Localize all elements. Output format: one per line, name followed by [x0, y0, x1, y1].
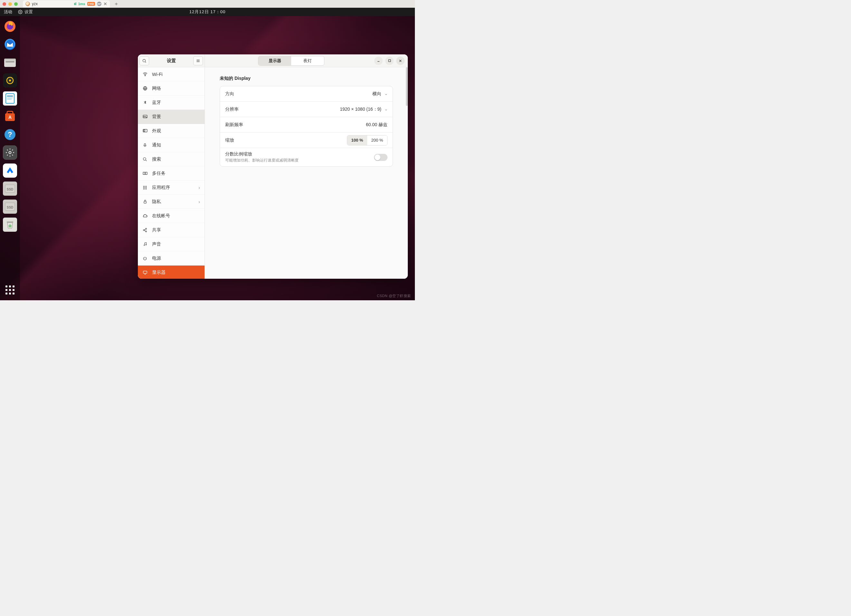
row-value: 横向: [372, 91, 381, 97]
close-button[interactable]: [396, 57, 404, 65]
view-switcher: 显示器 夜灯: [258, 56, 324, 66]
dock-firefox[interactable]: [3, 19, 17, 33]
minimize-dot[interactable]: [8, 2, 12, 6]
sidebar-item-privacy[interactable]: 隐私›: [138, 195, 204, 209]
sidebar-item-notifications[interactable]: 通知: [138, 138, 204, 152]
sidebar-item-network[interactable]: 网络: [138, 81, 204, 96]
sidebar-item-multitasking[interactable]: 多任务: [138, 166, 204, 181]
scale-buttons: 100 % 200 %: [347, 135, 388, 145]
dock-todesk[interactable]: [3, 163, 17, 178]
dock: A ? SSD SSD: [0, 16, 20, 300]
hamburger-icon: [196, 58, 200, 63]
browser-tab[interactable]: yzx ııl 1ms FHD RP ✕: [23, 0, 110, 7]
row-orientation[interactable]: 方向 横向⌄: [220, 86, 392, 102]
sidebar-item-background[interactable]: 背景: [138, 110, 204, 124]
tab-displays[interactable]: 显示器: [258, 56, 291, 65]
new-tab-button[interactable]: ＋: [112, 1, 121, 7]
dock-files[interactable]: [3, 55, 17, 69]
svg-rect-34: [143, 186, 144, 186]
dock-software[interactable]: A: [3, 109, 17, 124]
signal-icon: ııl: [74, 1, 76, 6]
scale-200-button[interactable]: 200 %: [367, 135, 387, 145]
svg-rect-32: [143, 172, 145, 175]
search-icon: [142, 157, 147, 162]
close-tab-icon[interactable]: ✕: [104, 1, 107, 6]
sidebar-item-sound[interactable]: 声音: [138, 237, 204, 251]
row-sublabel: 可能增加功耗、影响运行速度或减弱清晰度: [225, 158, 299, 163]
tab-favicon: [26, 1, 30, 6]
svg-point-47: [144, 245, 144, 246]
zoom-dot[interactable]: [14, 2, 18, 6]
background-icon: [142, 115, 147, 119]
svg-rect-6: [6, 61, 15, 63]
clock[interactable]: 12月12日 17：00: [189, 9, 226, 15]
svg-rect-11: [7, 96, 13, 97]
sidebar-item-label: 外观: [152, 128, 161, 134]
svg-point-45: [143, 229, 144, 231]
sidebar-item-applications[interactable]: 应用程序›: [138, 181, 204, 195]
sidebar-item-wifi[interactable]: Wi-Fi: [138, 67, 204, 81]
sidebar-item-label: 通知: [152, 142, 161, 148]
sidebar-search-button[interactable]: [140, 56, 149, 65]
close-dot[interactable]: [3, 2, 6, 6]
sidebar-item-search[interactable]: 搜索: [138, 152, 204, 166]
app-indicator[interactable]: 设置: [18, 9, 33, 15]
dock-rhythmbox[interactable]: [3, 73, 17, 87]
svg-point-26: [144, 75, 145, 76]
sidebar-item-bluetooth[interactable]: 蓝牙: [138, 96, 204, 110]
share-icon: [142, 228, 147, 232]
section-title: 未知的 Display: [220, 76, 393, 81]
sidebar-menu-button[interactable]: [193, 56, 203, 65]
rp-badge: RP: [97, 1, 101, 6]
dock-settings[interactable]: [3, 145, 17, 160]
multitask-icon: [142, 171, 147, 175]
minimize-icon: [377, 59, 380, 63]
window-traffic-lights: [3, 2, 18, 6]
dock-help[interactable]: ?: [3, 127, 17, 142]
sidebar-scrollbar[interactable]: [406, 67, 408, 106]
maximize-icon: [388, 59, 391, 62]
svg-point-31: [143, 157, 146, 160]
svg-rect-13: [7, 99, 12, 99]
gnome-topbar: 活动 设置 12月12日 17：00: [0, 8, 415, 16]
show-applications-button[interactable]: [3, 283, 17, 297]
sidebar-list[interactable]: Wi-Fi 网络 蓝牙 背景 外观 通知 搜索 多任务 应用程序› 隐私› 在线…: [138, 67, 204, 279]
sidebar-item-power[interactable]: 电源: [138, 251, 204, 265]
dock-trash[interactable]: [3, 217, 17, 232]
svg-text:SSD: SSD: [7, 187, 14, 191]
sidebar-item-displays[interactable]: 显示器: [138, 265, 204, 279]
sidebar-item-label: 共享: [152, 227, 161, 233]
chevron-down-icon: ⌄: [385, 92, 388, 96]
row-resolution[interactable]: 分辨率 1920 × 1080 (16：9)⌄: [220, 102, 392, 117]
sidebar-item-label: 声音: [152, 241, 161, 247]
svg-text:?: ?: [8, 130, 12, 138]
sidebar-item-label: 搜索: [152, 156, 161, 162]
chevron-down-icon: ⌄: [385, 107, 388, 111]
sidebar-item-label: 蓝牙: [152, 100, 161, 106]
bell-icon: [142, 142, 147, 147]
row-label: 缩放: [225, 138, 234, 143]
sidebar-item-sharing[interactable]: 共享: [138, 223, 204, 237]
svg-rect-10: [6, 94, 14, 103]
svg-text:SSD: SSD: [7, 206, 14, 209]
maximize-button[interactable]: [385, 57, 394, 65]
search-icon: [142, 58, 147, 63]
svg-rect-39: [146, 187, 147, 187]
fractional-scaling-switch[interactable]: [374, 154, 388, 161]
dock-thunderbird[interactable]: [3, 37, 17, 51]
sidebar-item-appearance[interactable]: 外观: [138, 124, 204, 138]
dock-writer[interactable]: [3, 91, 17, 106]
sidebar-item-label: 电源: [152, 256, 161, 261]
svg-rect-7: [4, 58, 16, 60]
settings-window: 设置 Wi-Fi 网络 蓝牙 背景 外观 通知 搜索 多任务 应用程序› 隐私›…: [138, 54, 408, 279]
sidebar-item-online-accounts[interactable]: 在线帐号: [138, 209, 204, 223]
dock-drive-ssd-1[interactable]: SSD: [3, 181, 17, 196]
sidebar-title: 设置: [151, 58, 192, 64]
desktop-wallpaper: 活动 设置 12月12日 17：00 A ? SSD SSD 设置: [0, 8, 415, 300]
tab-nightlight[interactable]: 夜灯: [291, 56, 324, 65]
activities-button[interactable]: 活动: [4, 9, 12, 15]
svg-point-46: [146, 231, 147, 232]
minimize-button[interactable]: [374, 57, 383, 65]
dock-drive-ssd-2[interactable]: SSD: [3, 199, 17, 214]
scale-100-button[interactable]: 100 %: [347, 135, 367, 145]
